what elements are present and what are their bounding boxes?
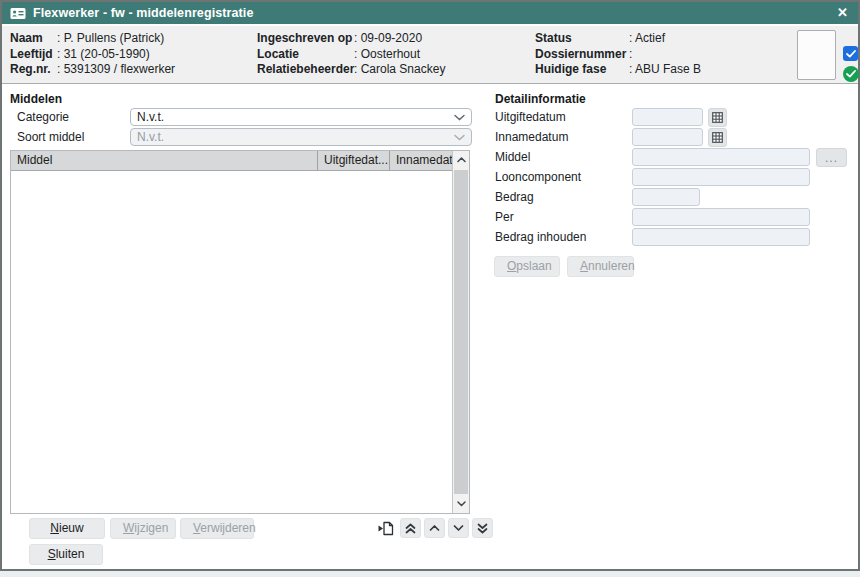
column-header-uitgiftedatum[interactable]: Uitgiftedat... [317,151,389,170]
middelen-table: Middel Uitgiftedat... Innamedat... [10,150,470,514]
innamedatum-label: Innamedatum [495,130,568,144]
status-ok-icon [843,66,859,82]
sluiten-button[interactable]: Sluiten [29,544,103,565]
column-header-innamedatum[interactable]: Innamedat... [389,151,452,170]
bedrag-inhouden-label: Bedrag inhouden [495,230,586,244]
move-up-button[interactable] [424,518,445,538]
middelen-section-title: Middelen [10,92,62,106]
calendar-grid-icon [712,132,723,143]
innamedatum-calendar-button[interactable] [708,128,727,147]
wijzigen-button[interactable]: Wijzigen [110,518,176,539]
double-chevron-up-icon [405,523,416,534]
status-value: : Actief [629,31,665,45]
soort-middel-label: Soort middel [17,130,84,144]
leeftijd-label: Leeftijd [10,47,57,63]
scroll-up-icon[interactable] [453,151,469,169]
uitgiftedatum-label: Uitgiftedatum [495,110,566,124]
relatiebeheerder-label: Relatiebeheerder [257,62,354,78]
chevron-down-icon [453,524,464,532]
annuleren-button[interactable]: Annuleren [567,256,634,277]
photo-placeholder [797,30,836,80]
ingeschreven-label: Ingeschreven op [257,31,354,47]
move-down-button[interactable] [448,518,469,538]
soort-middel-dropdown-value: N.v.t. [137,130,454,144]
info-row-relatiebeheerder: Relatiebeheerder: Carola Snackey [257,62,445,78]
leeftijd-value: : 31 (20-05-1990) [57,47,150,61]
window-title: Flexwerker - fw - middelenregistratie [33,6,253,20]
locatie-label: Locatie [257,47,354,63]
nieuw-button[interactable]: Nieuw [29,518,105,539]
info-row-huidige-fase: Huidige fase: ABU Fase B [535,62,701,78]
move-last-button[interactable] [472,518,493,538]
per-input[interactable] [632,208,810,226]
naam-label: Naam [10,31,57,47]
looncomponent-input[interactable] [632,168,810,186]
close-icon[interactable]: ✕ [837,5,848,21]
info-row-leeftijd: Leeftijd: 31 (20-05-1990) [10,47,175,63]
info-row-ingeschreven: Ingeschreven op: 09-09-2020 [257,31,445,47]
middel-browse-button[interactable]: ... [816,148,847,167]
categorie-dropdown[interactable]: N.v.t. [130,108,472,126]
opslaan-button[interactable]: Opslaan [494,256,560,277]
titlebar: Flexwerker - fw - middelenregistratie ✕ [2,2,858,24]
bedrag-inhouden-input[interactable] [632,228,810,246]
bedrag-input[interactable] [632,188,700,206]
innamedatum-input[interactable] [632,128,703,146]
scrollbar-thumb[interactable] [454,170,468,494]
looncomponent-label: Looncomponent [495,170,581,184]
chevron-down-icon [454,130,465,144]
dossiernummer-value: : [629,47,632,61]
categorie-label: Categorie [17,110,69,124]
chevron-up-icon [429,524,440,532]
soort-middel-dropdown: N.v.t. [130,128,472,146]
id-card-icon [10,7,26,20]
table-scrollbar[interactable] [452,151,469,513]
locatie-value: : Oosterhout [354,47,420,61]
move-first-button[interactable] [400,518,421,538]
naam-value: : P. Pullens (Patrick) [57,31,164,45]
insert-record-icon[interactable] [375,518,395,538]
per-label: Per [495,210,514,224]
info-column-3: Status: Actief Dossiernummer: Huidige fa… [535,31,701,78]
regnr-value: : 5391309 / flexwerker [57,62,175,76]
relatiebeheerder-value: : Carola Snackey [354,62,445,76]
info-row-status: Status: Actief [535,31,701,47]
dossiernummer-label: Dossiernummer [535,47,629,63]
info-row-locatie: Locatie: Oosterhout [257,47,445,63]
flexwerker-checkbox[interactable] [843,46,858,61]
middel-label: Middel [495,150,530,164]
double-chevron-down-icon [477,523,488,534]
scroll-down-icon[interactable] [453,495,469,513]
detail-section-title: Detailinformatie [495,92,586,106]
info-row-dossiernummer: Dossiernummer: [535,47,701,63]
huidige-fase-label: Huidige fase [535,62,629,78]
info-row-naam: Naam: P. Pullens (Patrick) [10,31,175,47]
column-header-middel[interactable]: Middel [11,151,317,170]
person-info-panel: Naam: P. Pullens (Patrick) Leeftijd: 31 … [2,24,858,84]
status-label: Status [535,31,629,47]
uitgiftedatum-input[interactable] [632,108,703,126]
chevron-down-icon [454,110,465,124]
regnr-label: Reg.nr. [10,62,57,78]
uitgiftedatum-calendar-button[interactable] [708,108,727,127]
ingeschreven-value: : 09-09-2020 [354,31,422,45]
middel-input[interactable] [632,148,810,166]
info-column-2: Ingeschreven op: 09-09-2020 Locatie: Oos… [257,31,445,78]
middelen-table-header: Middel Uitgiftedat... Innamedat... [11,151,452,171]
info-row-regnr: Reg.nr.: 5391309 / flexwerker [10,62,175,78]
verwijderen-button[interactable]: Verwijderen [180,518,254,539]
bedrag-label: Bedrag [495,190,534,204]
categorie-dropdown-value: N.v.t. [137,110,454,124]
check-icon [846,50,856,58]
calendar-grid-icon [712,112,723,123]
huidige-fase-value: : ABU Fase B [629,62,701,76]
dialog-window: Flexwerker - fw - middelenregistratie ✕ … [0,0,860,571]
info-column-1: Naam: P. Pullens (Patrick) Leeftijd: 31 … [10,31,175,78]
